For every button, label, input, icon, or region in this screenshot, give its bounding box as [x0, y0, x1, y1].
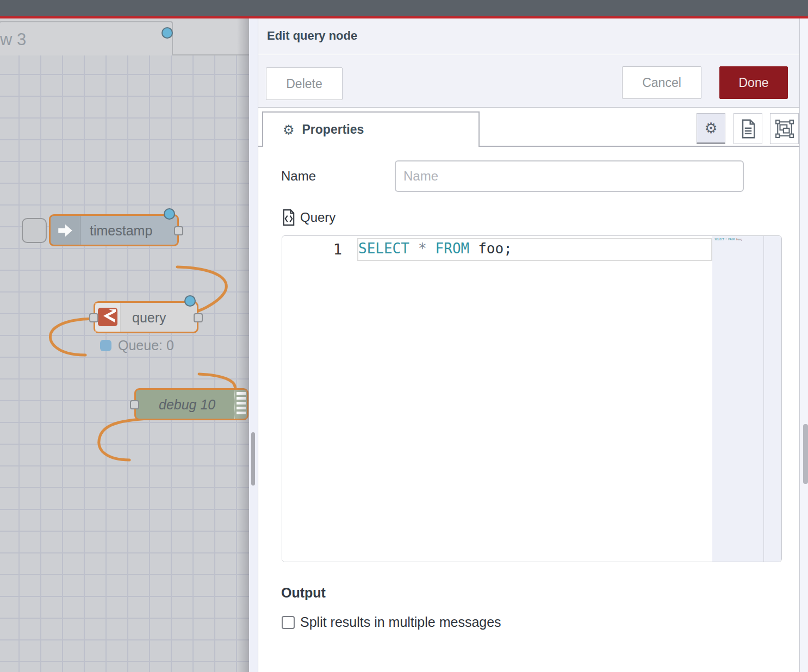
node-query[interactable]: query: [94, 301, 198, 333]
timestamp-changed-indicator: [164, 208, 175, 220]
workspace-tabbar: w 3: [0, 18, 249, 55]
query-icon-region: [95, 303, 121, 332]
document-icon: [740, 119, 756, 139]
node-debug-label: debug 10: [159, 396, 215, 412]
sql-keyword: FROM: [436, 240, 470, 257]
properties-view-button[interactable]: ⚙: [697, 113, 725, 144]
tab-properties[interactable]: ⚙ Properties: [262, 111, 480, 147]
database-icon: [98, 308, 117, 326]
done-button[interactable]: Done: [719, 66, 788, 99]
edit-node-dialog: Edit query node Delete Cancel Done ⚙ Pro…: [258, 18, 799, 672]
page-scrollbar-thumb[interactable]: [803, 424, 808, 484]
query-changed-indicator: [184, 295, 196, 307]
page-scrollbar-track[interactable]: [799, 18, 808, 672]
appearance-icon: [775, 120, 794, 138]
query-field-label: Query: [300, 210, 335, 225]
timestamp-output-port[interactable]: [174, 226, 183, 235]
gear-icon: ⚙: [704, 120, 717, 137]
wires-layer: [0, 55, 249, 672]
status-dot-icon: [100, 340, 111, 351]
app-header-bar: [0, 0, 808, 16]
dialog-action-bar: Delete Cancel Done: [258, 55, 800, 108]
tab-properties-label: Properties: [302, 122, 364, 137]
dialog-tabbar: ⚙ Properties ⚙: [258, 108, 800, 147]
query-field-row: Query: [282, 209, 335, 226]
editor-line-number: 1: [282, 241, 342, 258]
split-results-row: Split results in multiple messages: [282, 614, 501, 630]
name-input[interactable]: [395, 160, 744, 192]
gear-icon: ⚙: [283, 122, 295, 138]
node-red-editor: w 3 timestamp: [0, 0, 808, 672]
tray-scrollbar-track[interactable]: [249, 18, 258, 672]
sql-operator: *: [418, 240, 427, 257]
inject-icon-region: [51, 216, 80, 245]
editor-gutter: 1: [282, 236, 357, 562]
file-code-icon: [282, 209, 296, 226]
description-view-button[interactable]: [734, 113, 762, 144]
dialog-header: Edit query node: [258, 18, 800, 54]
tray-scrollbar-thumb[interactable]: [251, 432, 255, 486]
dialog-title: Edit query node: [267, 29, 357, 43]
flow-tab[interactable]: w 3: [0, 21, 173, 57]
editor-code-line[interactable]: SELECT * FROM foo;: [358, 240, 512, 257]
delete-button[interactable]: Delete: [266, 67, 343, 100]
inject-button[interactable]: [22, 218, 47, 243]
output-section-heading: Output: [281, 585, 326, 601]
split-results-checkbox[interactable]: [282, 616, 295, 629]
node-timestamp[interactable]: timestamp: [49, 214, 179, 246]
dialog-body: Name Query 1 SELECT * FR: [258, 147, 800, 672]
node-query-label: query: [132, 309, 166, 325]
workspace-edge-shadow: [237, 18, 249, 672]
node-timestamp-label: timestamp: [90, 222, 152, 238]
appearance-view-button[interactable]: [770, 113, 799, 144]
minimap-code-preview: SELECT * FROM foo;: [714, 238, 742, 241]
flow-changed-indicator: [161, 27, 173, 39]
flow-tab-label: w 3: [0, 30, 26, 49]
name-field-label: Name: [281, 169, 316, 184]
debug-input-port[interactable]: [130, 400, 139, 409]
flow-workspace[interactable]: w 3 timestamp: [0, 18, 249, 672]
editor-minimap[interactable]: SELECT * FROM foo;: [712, 236, 781, 562]
cancel-button[interactable]: Cancel: [622, 66, 701, 99]
query-status-text: Queue: 0: [118, 338, 174, 353]
sql-code-editor[interactable]: 1 SELECT * FROM foo; SELECT * FROM foo;: [282, 235, 782, 562]
node-debug[interactable]: debug 10: [134, 388, 248, 420]
query-input-port[interactable]: [89, 313, 98, 322]
query-node-status: Queue: 0: [100, 338, 174, 353]
query-output-port[interactable]: [194, 313, 203, 322]
sql-identifier: foo;: [478, 240, 512, 257]
split-results-label: Split results in multiple messages: [300, 614, 501, 630]
sql-keyword: SELECT: [358, 240, 409, 257]
inject-arrow-icon: [56, 221, 74, 240]
flow-canvas[interactable]: timestamp query: [0, 55, 249, 672]
minimap-divider: [763, 236, 764, 562]
